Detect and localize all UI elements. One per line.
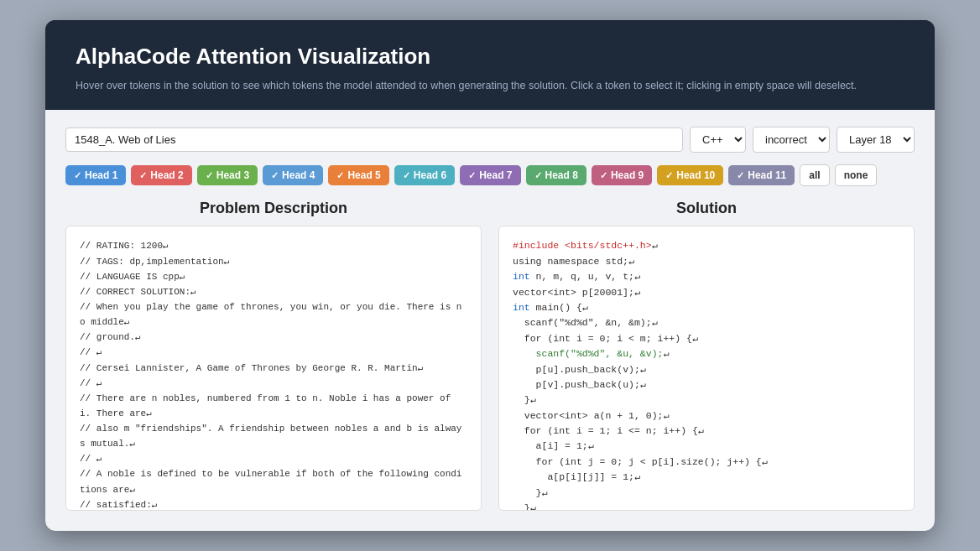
solution-title: Solution — [498, 200, 915, 217]
head-6-check: ✓ — [403, 170, 410, 181]
head-3-button[interactable]: ✓ Head 3 — [197, 165, 258, 185]
solution-line: }↵ — [513, 486, 900, 501]
solution-line: }↵ — [513, 392, 900, 408]
problem-line: // ↵ — [80, 376, 467, 391]
solution-line: vector<int> a(n + 1, 0);↵ — [513, 408, 900, 424]
head-9-button[interactable]: ✓ Head 9 — [592, 165, 652, 185]
head-2-button[interactable]: ✓ Head 2 — [131, 165, 191, 185]
all-button[interactable]: all — [800, 164, 829, 186]
include-directive: #include <bits/stdc++.h> — [513, 240, 652, 251]
head-3-label: Head 3 — [216, 169, 249, 181]
head-9-check: ✓ — [600, 170, 607, 181]
solution-line: p[v].push_back(u);↵ — [513, 377, 900, 392]
language-select[interactable]: C++ — [690, 127, 746, 153]
head-6-label: Head 6 — [414, 169, 446, 181]
solution-line: scanf("%d%d", &u, &v);↵ — [513, 346, 900, 361]
problem-line: // RATING: 1200↵ — [80, 238, 467, 253]
main-content: 1548_A. Web of Lies C++ incorrect correc… — [45, 110, 935, 531]
head-1-label: Head 1 — [85, 169, 117, 181]
head-1-check: ✓ — [74, 170, 81, 181]
head-7-check: ✓ — [468, 170, 476, 181]
solution-line: for (int i = 1; i <= n; i++) {↵ — [513, 424, 900, 439]
problem-line: // CORRECT SOLUTION:↵ — [80, 284, 467, 299]
solution-column: Solution #include <bits/stdc++.h>↵ using… — [498, 200, 915, 511]
head-8-button[interactable]: ✓ Head 8 — [526, 165, 586, 185]
problem-line: // There are n nobles, numbered from 1 t… — [80, 391, 467, 421]
int-keyword2: int — [513, 302, 530, 313]
solution-line: int n, m, q, u, v, t;↵ — [513, 269, 900, 284]
problem-column: Problem Description // RATING: 1200↵ // … — [65, 200, 482, 511]
solution-line: scanf("%d%d", &n, &m);↵ — [513, 315, 900, 330]
head-6-button[interactable]: ✓ Head 6 — [394, 165, 455, 185]
head-5-check: ✓ — [336, 170, 344, 181]
problem-line: // Cersei Lannister, A Game of Thrones b… — [80, 361, 467, 376]
head-1-button[interactable]: ✓ Head 1 — [65, 165, 126, 185]
head-8-label: Head 8 — [545, 169, 578, 181]
controls-bar: 1548_A. Web of Lies C++ incorrect correc… — [65, 127, 915, 153]
problem-title: Problem Description — [65, 200, 482, 217]
head-3-check: ✓ — [206, 170, 213, 181]
problem-panel[interactable]: // RATING: 1200↵ // TAGS: dp,implementat… — [65, 226, 482, 511]
head-10-check: ✓ — [665, 170, 673, 181]
columns: Problem Description // RATING: 1200↵ // … — [65, 200, 915, 511]
solution-line: a[i] = 1;↵ — [513, 439, 900, 454]
solution-line: using namespace std;↵ — [513, 254, 900, 269]
problem-line: // A noble is defined to be vulnerable i… — [80, 466, 467, 496]
solution-line: for (int i = 0; i < m; i++) {↵ — [513, 331, 900, 346]
head-4-label: Head 4 — [282, 169, 315, 181]
problem-line: // ground.↵ — [80, 330, 467, 345]
head-11-label: Head 11 — [748, 169, 786, 181]
problem-line: // When you play the game of thrones, yo… — [80, 299, 467, 330]
problem-line: // also m "friendships". A friendship be… — [80, 421, 467, 451]
int-keyword: int — [513, 271, 530, 282]
none-button[interactable]: none — [835, 164, 878, 186]
head-2-label: Head 2 — [150, 169, 183, 181]
correctness-select[interactable]: incorrect correct — [753, 127, 830, 153]
heads-bar: ✓ Head 1 ✓ Head 2 ✓ Head 3 ✓ Head 4 ✓ He… — [65, 164, 915, 186]
head-9-label: Head 9 — [611, 169, 644, 181]
solution-line: a[p[i][j]] = 1;↵ — [513, 470, 900, 485]
head-11-check: ✓ — [737, 170, 744, 181]
head-10-button[interactable]: ✓ Head 10 — [657, 165, 723, 185]
solution-line: int main() {↵ — [513, 300, 900, 315]
app-description: Hover over tokens in the solution to see… — [76, 78, 904, 94]
head-10-label: Head 10 — [676, 169, 715, 181]
layer-select[interactable]: Layer 18 — [837, 127, 915, 153]
head-11-button[interactable]: ✓ Head 11 — [728, 165, 795, 185]
head-2-check: ✓ — [139, 170, 147, 181]
problem-line: // TAGS: dp,implementation↵ — [80, 254, 467, 269]
solution-line: #include <bits/stdc++.h>↵ — [513, 238, 900, 253]
solution-panel[interactable]: #include <bits/stdc++.h>↵ using namespac… — [498, 226, 915, 511]
app-window: AlphaCode Attention Visualization Hover … — [45, 20, 935, 532]
scanf-call: scanf("%d%d", &u, &v); — [536, 348, 664, 359]
head-8-check: ✓ — [534, 170, 542, 181]
solution-line: vector<int> p[20001];↵ — [513, 285, 900, 300]
problem-line: // satisfied:↵ — [80, 497, 467, 512]
solution-line: for (int j = 0; j < p[i].size(); j++) {↵ — [513, 455, 900, 470]
problem-input[interactable]: 1548_A. Web of Lies — [65, 127, 683, 152]
problem-line: // ↵ — [80, 345, 467, 360]
head-5-label: Head 5 — [347, 169, 380, 181]
head-4-button[interactable]: ✓ Head 4 — [263, 165, 323, 185]
head-7-label: Head 7 — [479, 169, 512, 181]
head-7-button[interactable]: ✓ Head 7 — [460, 165, 520, 185]
solution-line: p[u].push_back(v);↵ — [513, 362, 900, 377]
head-5-button[interactable]: ✓ Head 5 — [328, 165, 388, 185]
app-title: AlphaCode Attention Visualization — [76, 44, 904, 70]
problem-text: // RATING: 1200↵ // TAGS: dp,implementat… — [80, 238, 467, 511]
problem-line: // LANGUAGE IS cpp↵ — [80, 269, 467, 284]
header: AlphaCode Attention Visualization Hover … — [45, 20, 935, 111]
solution-line: }↵ — [513, 501, 900, 511]
problem-line: // ↵ — [80, 451, 467, 466]
head-4-check: ✓ — [271, 170, 279, 181]
